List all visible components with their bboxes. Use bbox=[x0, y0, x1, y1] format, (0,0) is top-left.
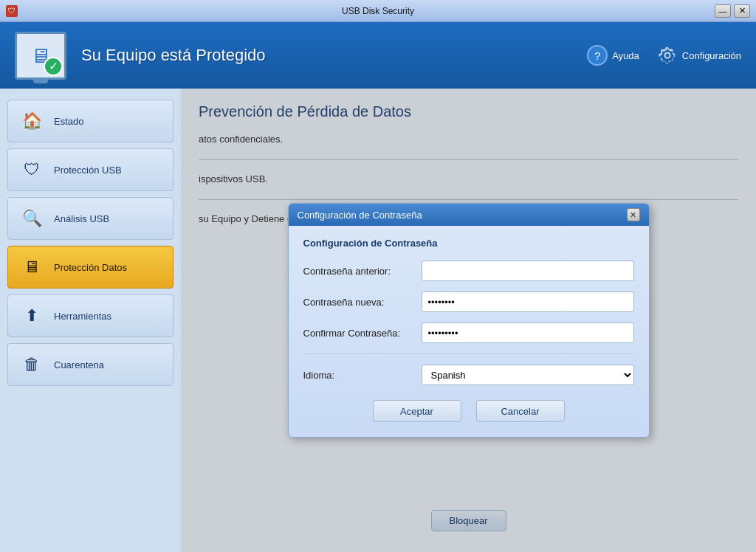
check-circle: ✓ bbox=[44, 57, 63, 76]
cancel-button[interactable]: Cancelar bbox=[476, 400, 565, 422]
analisis-usb-icon: 🔍 bbox=[18, 205, 45, 232]
sidebar-label-proteccion-usb: Protección USB bbox=[54, 165, 122, 176]
dialog-section-title: Configuración de Contraseña bbox=[303, 238, 634, 249]
minimize-button[interactable]: — bbox=[715, 4, 731, 18]
titlebar-controls: — ✕ bbox=[715, 4, 750, 18]
old-password-input[interactable] bbox=[422, 261, 634, 281]
confirm-password-row: Confirmar Contraseña: bbox=[303, 322, 634, 343]
close-button[interactable]: ✕ bbox=[734, 4, 750, 18]
sidebar: 🏠 Estado 🛡 Protección USB 🔍 Análisis USB… bbox=[0, 89, 181, 552]
language-select[interactable]: Spanish English French German Italian Po… bbox=[422, 365, 634, 385]
estado-icon: 🏠 bbox=[18, 108, 45, 134]
herramientas-icon: ⬆ bbox=[18, 303, 45, 329]
dialog-body: Configuración de Contraseña Contraseña a… bbox=[289, 226, 649, 437]
sidebar-label-estado: Estado bbox=[54, 116, 83, 127]
gear-icon bbox=[657, 45, 678, 66]
cuarentena-icon: 🗑 bbox=[18, 351, 45, 378]
old-password-row: Contraseña anterior: bbox=[303, 261, 634, 281]
dialog-divider bbox=[303, 353, 634, 354]
titlebar: 🛡 USB Disk Security — ✕ bbox=[0, 0, 756, 22]
help-label: Ayuda bbox=[612, 50, 639, 61]
accept-button[interactable]: Aceptar bbox=[373, 400, 461, 422]
config-label: Configuración bbox=[682, 50, 741, 61]
content-area: Prevención de Pérdida de Datos atos conf… bbox=[181, 89, 756, 552]
proteccion-datos-icon: 🖥 bbox=[18, 254, 45, 280]
sidebar-label-herramientas: Herramientas bbox=[54, 311, 111, 322]
dialog-close-button[interactable]: ✕ bbox=[627, 208, 640, 221]
confirm-password-label: Confirmar Contraseña: bbox=[303, 328, 422, 339]
old-password-label: Contraseña anterior: bbox=[303, 266, 422, 277]
new-password-label: Contraseña nueva: bbox=[303, 297, 422, 308]
language-row: Idioma: Spanish English French German It… bbox=[303, 365, 634, 385]
sidebar-label-cuarentena: Cuarentena bbox=[54, 359, 104, 370]
header: 🖥 ✓ Su Equipo está Protegido ? Ayuda Con… bbox=[0, 22, 756, 89]
sidebar-label-proteccion-datos: Protección Datos bbox=[54, 262, 127, 273]
proteccion-usb-icon: 🛡 bbox=[18, 156, 45, 183]
language-label: Idioma: bbox=[303, 370, 422, 381]
main-layout: 🏠 Estado 🛡 Protección USB 🔍 Análisis USB… bbox=[0, 89, 756, 552]
titlebar-left: 🛡 bbox=[6, 5, 18, 17]
config-action[interactable]: Configuración bbox=[657, 45, 741, 66]
new-password-row: Contraseña nueva: bbox=[303, 291, 634, 312]
sidebar-label-analisis-usb: Análisis USB bbox=[54, 213, 109, 224]
dialog-titlebar: Configuración de Contraseña ✕ bbox=[289, 204, 649, 226]
sidebar-item-analisis-usb[interactable]: 🔍 Análisis USB bbox=[7, 197, 173, 240]
dialog-overlay: Configuración de Contraseña ✕ Configurac… bbox=[181, 89, 756, 552]
dialog-title: Configuración de Contraseña bbox=[298, 210, 422, 221]
password-dialog: Configuración de Contraseña ✕ Configurac… bbox=[288, 203, 650, 438]
help-action[interactable]: ? Ayuda bbox=[587, 45, 639, 66]
sidebar-item-cuarentena[interactable]: 🗑 Cuarentena bbox=[7, 343, 173, 386]
header-actions: ? Ayuda Configuración bbox=[587, 45, 741, 66]
sidebar-item-proteccion-datos[interactable]: 🖥 Protección Datos bbox=[7, 246, 173, 289]
new-password-input[interactable] bbox=[422, 291, 634, 312]
help-icon: ? bbox=[587, 45, 608, 66]
sidebar-item-estado[interactable]: 🏠 Estado bbox=[7, 100, 173, 142]
app-title: USB Disk Security bbox=[342, 6, 414, 16]
confirm-password-input[interactable] bbox=[422, 322, 634, 343]
sidebar-item-proteccion-usb[interactable]: 🛡 Protección USB bbox=[7, 148, 173, 191]
app-icon: 🛡 bbox=[6, 5, 18, 17]
sidebar-item-herramientas[interactable]: ⬆ Herramientas bbox=[7, 294, 173, 337]
header-status-text: Su Equipo está Protegido bbox=[81, 46, 266, 65]
monitor-icon: 🖥 ✓ bbox=[15, 32, 66, 80]
dialog-buttons: Aceptar Cancelar bbox=[303, 400, 634, 422]
